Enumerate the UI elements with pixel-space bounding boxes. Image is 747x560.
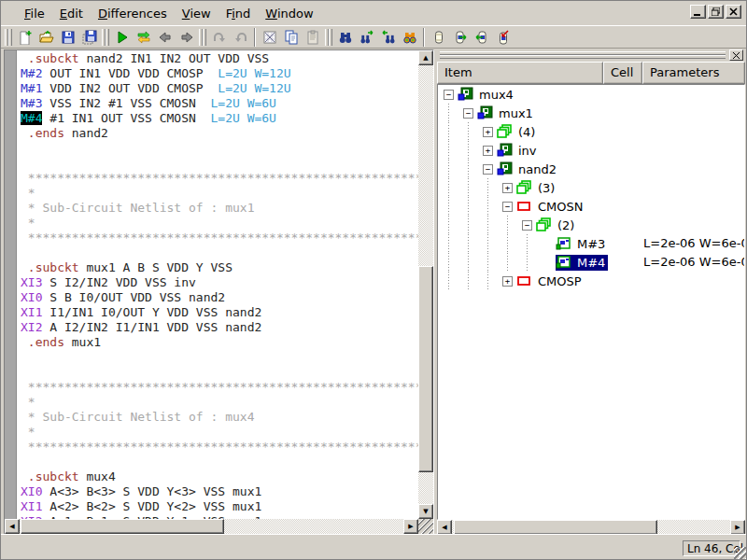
scroll-left-button[interactable]: ◀ bbox=[5, 519, 20, 534]
menu-file[interactable]: File bbox=[17, 3, 52, 23]
tree-node-mux4[interactable]: mux4 bbox=[458, 87, 516, 103]
code-line: XI2 A I2/IN2 I1/IN1 VDD VSS nand2 bbox=[21, 320, 418, 335]
vertical-scroll-thumb[interactable] bbox=[418, 266, 433, 472]
code-line: * Sub-Circuit Netlist of : mux1 bbox=[21, 201, 418, 216]
code-line: XI0 S B I0/OUT VDD VSS nand2 bbox=[21, 290, 418, 305]
panel-drag-grip[interactable] bbox=[438, 49, 744, 61]
open-file-button[interactable] bbox=[35, 27, 57, 48]
tree-node-4[interactable]: (4) bbox=[497, 124, 538, 140]
window-resize-grip[interactable] bbox=[734, 547, 746, 559]
tree-scroll-right-button[interactable]: ▶ bbox=[730, 520, 745, 535]
swap-differences-button[interactable] bbox=[133, 27, 154, 48]
column-header-parameters[interactable]: Parameters bbox=[642, 62, 745, 84]
code-line: XI0 A<3> B<3> S VDD Y<3> VSS mux1 bbox=[21, 484, 418, 499]
collapse-expander[interactable]: − bbox=[463, 108, 473, 119]
run-compare-button[interactable] bbox=[111, 27, 133, 48]
tree-node-label: M#4 bbox=[574, 255, 608, 271]
editor-vertical-scrollbar[interactable]: ▲ ▼ bbox=[418, 50, 433, 519]
undo-button[interactable] bbox=[208, 27, 230, 48]
next-difference-button[interactable] bbox=[176, 27, 197, 48]
device-icon bbox=[556, 236, 571, 251]
primitive-icon bbox=[516, 273, 532, 288]
find-next-button[interactable] bbox=[356, 27, 377, 48]
menu-find[interactable]: Find bbox=[218, 3, 259, 23]
delete-buffer-button[interactable] bbox=[492, 27, 514, 48]
copy-button[interactable] bbox=[280, 27, 302, 48]
scroll-right-button[interactable]: ▶ bbox=[403, 519, 418, 534]
toolbar-grip[interactable] bbox=[325, 28, 332, 47]
toolbar-grip[interactable] bbox=[199, 28, 206, 47]
tree-node-mux1[interactable]: mux1 bbox=[477, 105, 536, 121]
expand-expander[interactable]: + bbox=[502, 276, 513, 287]
menu-edit[interactable]: Edit bbox=[52, 3, 91, 23]
column-header-item[interactable]: Item bbox=[437, 62, 603, 84]
editor-horizontal-scrollbar[interactable]: ◀ ▶ bbox=[5, 519, 418, 534]
tree-node-inv[interactable]: inv bbox=[497, 143, 540, 159]
tree-node-nand2[interactable]: nand2 bbox=[497, 161, 559, 177]
goto-buffer-icon bbox=[431, 30, 446, 45]
tree-horizontal-scroll-thumb[interactable] bbox=[454, 520, 657, 535]
tree-indent-guide bbox=[444, 141, 463, 160]
block-edit-button[interactable] bbox=[259, 27, 280, 48]
tree-indent-guide bbox=[444, 272, 463, 290]
collapse-expander[interactable]: − bbox=[444, 90, 454, 100]
menu-view[interactable]: View bbox=[175, 3, 218, 23]
tree-node-m4[interactable]: M#4 bbox=[556, 255, 608, 271]
restore-button[interactable] bbox=[708, 5, 724, 19]
redo-button[interactable] bbox=[230, 27, 251, 48]
copy-to-left-icon bbox=[474, 30, 489, 45]
find-in-files-button[interactable] bbox=[399, 27, 420, 48]
code-line: M#2 OUT IN1 VDD VDD CMOSP L=2U W=12U bbox=[21, 66, 418, 81]
tree-indent-guide bbox=[463, 216, 483, 234]
copy-to-left-button[interactable] bbox=[471, 27, 492, 48]
collapse-expander[interactable]: − bbox=[522, 220, 532, 231]
save-button[interactable] bbox=[57, 27, 78, 48]
tree-indent-guide bbox=[463, 253, 483, 272]
code-line: * Sub-Circuit Netlist of : mux4 bbox=[21, 410, 418, 425]
new-file-button[interactable] bbox=[14, 27, 35, 48]
panel-close-button[interactable] bbox=[729, 49, 743, 61]
tree-indent-guide bbox=[444, 197, 463, 216]
paste-button[interactable] bbox=[302, 27, 323, 48]
expand-expander[interactable]: + bbox=[502, 183, 513, 193]
tree-node-cmosn[interactable]: CMOSN bbox=[516, 199, 586, 215]
find-button[interactable] bbox=[334, 27, 356, 48]
tree-node-cmosp[interactable]: CMOSP bbox=[516, 273, 585, 289]
expand-expander[interactable]: + bbox=[483, 146, 493, 156]
goto-buffer-button[interactable] bbox=[428, 27, 449, 48]
tree-node-3[interactable]: (3) bbox=[516, 180, 557, 196]
netlist-text[interactable]: .subckt nand2 IN1 IN2 OUT VDD VSSM#2 OUT… bbox=[18, 50, 418, 519]
tree-horizontal-scrollbar[interactable]: ◀ ▶ bbox=[437, 520, 745, 535]
code-line: * bbox=[21, 425, 418, 440]
prev-difference-button[interactable] bbox=[154, 27, 176, 48]
toolbar-grip[interactable] bbox=[102, 28, 109, 47]
scroll-down-button[interactable]: ▼ bbox=[418, 504, 433, 519]
collapse-expander[interactable]: − bbox=[502, 202, 513, 212]
menu-differences[interactable]: Differences bbox=[91, 3, 175, 23]
menu-window[interactable]: Window bbox=[258, 3, 320, 23]
toolbar-grip[interactable] bbox=[5, 28, 12, 47]
find-next-icon bbox=[359, 30, 374, 45]
tree-node-2[interactable]: (2) bbox=[536, 217, 577, 233]
tree-node-m3[interactable]: M#3 bbox=[556, 236, 608, 252]
panel-close-icon bbox=[733, 52, 740, 59]
tree-scroll-left-button[interactable]: ◀ bbox=[437, 520, 452, 535]
editor-resize-grip[interactable] bbox=[418, 519, 433, 534]
tree-node-parameters: L=2e-06 W=6e-06 bbox=[643, 236, 744, 250]
save-all-button[interactable] bbox=[78, 27, 100, 48]
close-button[interactable] bbox=[726, 5, 741, 19]
tree-indent-guide bbox=[483, 234, 502, 253]
primitive-icon bbox=[516, 199, 532, 214]
scroll-up-button[interactable]: ▲ bbox=[418, 50, 433, 65]
column-header-cell[interactable]: Cell bbox=[603, 62, 642, 84]
menu-bar: FileEditDifferencesViewFindWindow bbox=[1, 1, 746, 25]
horizontal-scroll-thumb[interactable] bbox=[21, 519, 224, 534]
tree-node-label: CMOSN bbox=[535, 199, 586, 215]
code-line bbox=[21, 245, 418, 260]
expand-expander[interactable]: + bbox=[483, 127, 493, 137]
find-prev-button[interactable] bbox=[377, 27, 399, 48]
minimize-button[interactable] bbox=[690, 5, 706, 19]
copy-to-right-button[interactable] bbox=[449, 27, 471, 48]
redo-icon bbox=[233, 30, 248, 45]
collapse-expander[interactable]: − bbox=[483, 164, 493, 175]
